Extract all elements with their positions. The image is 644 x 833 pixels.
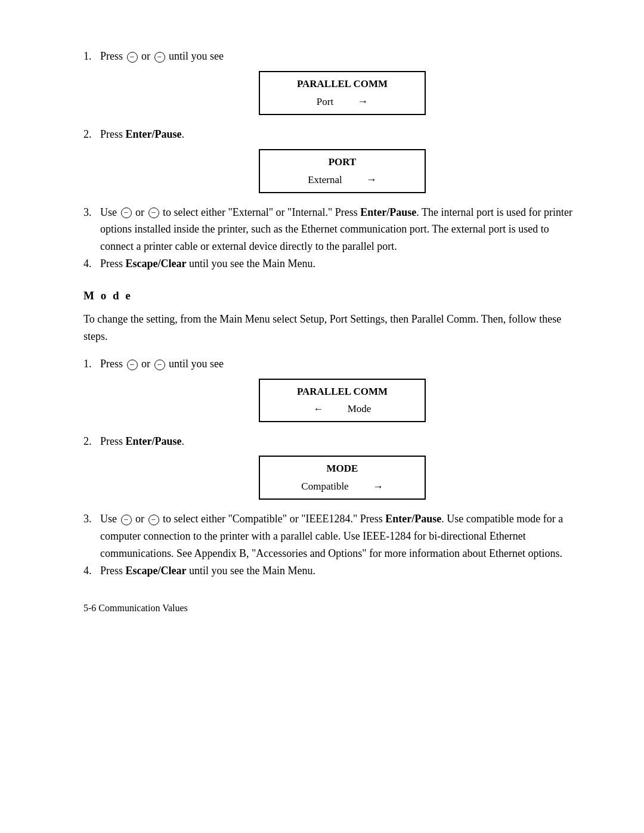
step-4-text: Press Escape/Clear until you see the Mai… bbox=[100, 258, 315, 270]
box-label-compatible: Compatible bbox=[301, 478, 348, 494]
mode-step-4-content: Press Escape/Clear until you see the Mai… bbox=[100, 562, 584, 580]
minus-circle-icon-1: − bbox=[127, 52, 138, 63]
minus-circle-icon-2: − bbox=[154, 52, 165, 63]
mode-step-3-text: Use − or − to select either "Compatible"… bbox=[100, 513, 563, 559]
box-title-parallel-comm-1: PARALLEL COMM bbox=[270, 76, 415, 92]
mode-step-2: 2. Press Enter/Pause. MODE Compatible → bbox=[83, 433, 584, 511]
display-box-parallel-comm-2: PARALLEL COMM ← Mode bbox=[259, 379, 426, 422]
step-2: 2. Press Enter/Pause. PORT External → bbox=[83, 126, 584, 204]
mode-step-3-content: Use − or − to select either "Compatible"… bbox=[100, 510, 584, 562]
mode-section: M o d e To change the setting, from the … bbox=[83, 289, 584, 580]
step-number-1: 1. bbox=[83, 48, 100, 65]
box-row-mode: ← Mode bbox=[270, 401, 415, 417]
minus-circle-icon-3b: − bbox=[148, 208, 159, 218]
mode-step-number-2: 2. bbox=[83, 433, 100, 450]
box-row-port-1: Port → bbox=[270, 93, 415, 110]
mode-step-4-bold: Escape/Clear bbox=[126, 565, 187, 577]
footer: 5-6 Communication Values bbox=[83, 603, 584, 614]
minus-circle-icon-m3b: − bbox=[148, 515, 159, 525]
box-label-mode: Mode bbox=[348, 401, 371, 417]
box-title-parallel-comm-2: PARALLEL COMM bbox=[270, 383, 415, 400]
step-1-text: Press − or − until you see bbox=[100, 50, 224, 62]
mode-step-1: 1. Press − or − until you see PARALLEL C… bbox=[83, 355, 584, 432]
step-number-3: 3. bbox=[83, 204, 100, 221]
step-4-content: Press Escape/Clear until you see the Mai… bbox=[100, 255, 584, 272]
minus-circle-icon-m3a: − bbox=[121, 515, 132, 525]
step-2-bold: Enter/Pause bbox=[126, 128, 182, 140]
mode-heading: M o d e bbox=[83, 289, 584, 302]
minus-circle-icon-m1a: − bbox=[127, 360, 138, 370]
display-box-port: PORT External → bbox=[259, 149, 426, 193]
step-3-text: Use − or − to select either "External" o… bbox=[100, 206, 572, 253]
step-2-text: Press Enter/Pause. bbox=[100, 128, 184, 140]
mode-step-number-1: 1. bbox=[83, 355, 100, 373]
box-arrow-4: → bbox=[373, 478, 383, 496]
box-title-mode: MODE bbox=[270, 460, 415, 476]
mode-step-2-text: Press Enter/Pause. bbox=[100, 435, 184, 447]
box-row-compatible: Compatible → bbox=[270, 478, 415, 496]
step-3: 3. Use − or − to select either "External… bbox=[83, 204, 584, 255]
minus-circle-icon-m1b: − bbox=[154, 360, 165, 370]
box-arrow-2: → bbox=[366, 171, 377, 188]
mode-step-2-content: Press Enter/Pause. MODE Compatible → bbox=[100, 433, 584, 511]
step-1-content: Press − or − until you see PARALLEL COMM… bbox=[100, 48, 584, 126]
mode-step-number-4: 4. bbox=[83, 562, 100, 580]
step-number-4: 4. bbox=[83, 255, 100, 272]
step-4: 4. Press Escape/Clear until you see the … bbox=[83, 255, 584, 272]
step-4-bold: Escape/Clear bbox=[126, 258, 187, 270]
mode-intro-para: To change the setting, from the Main Men… bbox=[83, 311, 584, 345]
step-2-content: Press Enter/Pause. PORT External → bbox=[100, 126, 584, 204]
mode-step-4-text: Press Escape/Clear until you see the Mai… bbox=[100, 565, 315, 577]
box-label-port-1: Port bbox=[317, 94, 333, 110]
mode-step-number-3: 3. bbox=[83, 510, 100, 528]
mode-step-3: 3. Use − or − to select either "Compatib… bbox=[83, 510, 584, 562]
box-row-external: External → bbox=[270, 171, 415, 188]
mode-step-4: 4. Press Escape/Clear until you see the … bbox=[83, 562, 584, 580]
mode-step-1-content: Press − or − until you see PARALLEL COMM… bbox=[100, 355, 584, 432]
box-left-arrow-mode: ← bbox=[314, 401, 324, 417]
step-1: 1. Press − or − until you see PARALLEL C… bbox=[83, 48, 584, 126]
step-3-bold: Enter/Pause bbox=[360, 206, 416, 218]
minus-circle-icon-3a: − bbox=[121, 208, 132, 218]
step-3-content: Use − or − to select either "External" o… bbox=[100, 204, 584, 255]
mode-step-3-bold: Enter/Pause bbox=[385, 513, 441, 525]
display-box-parallel-comm-1: PARALLEL COMM Port → bbox=[259, 71, 426, 115]
box-arrow-1: → bbox=[357, 93, 368, 110]
box-label-external: External bbox=[308, 172, 342, 188]
box-title-port: PORT bbox=[270, 154, 415, 170]
mode-step-1-text: Press − or − until you see bbox=[100, 358, 224, 370]
mode-step-2-bold: Enter/Pause bbox=[126, 435, 182, 447]
display-box-mode: MODE Compatible → bbox=[259, 456, 426, 500]
step-number-2: 2. bbox=[83, 126, 100, 143]
